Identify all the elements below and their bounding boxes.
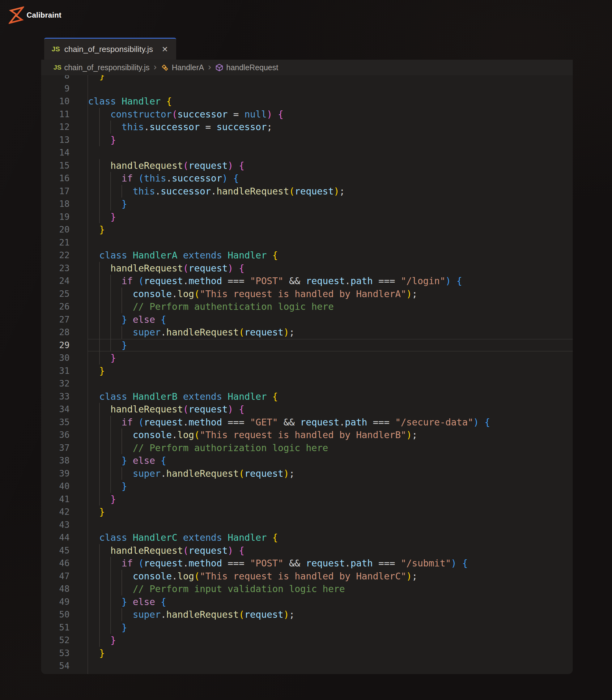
line-number[interactable]: 44 <box>41 532 70 543</box>
line-number[interactable]: 53 <box>41 648 70 658</box>
line-number[interactable]: 13 <box>41 135 70 145</box>
line-number[interactable]: 26 <box>41 301 70 312</box>
line-number[interactable]: 23 <box>41 263 70 273</box>
code-line[interactable]: 38} else { <box>41 454 573 467</box>
line-number[interactable]: 50 <box>41 609 70 620</box>
line-number[interactable]: 38 <box>41 455 70 466</box>
code-line[interactable]: 31} <box>41 365 573 378</box>
line-number[interactable]: 43 <box>41 520 70 530</box>
line-number[interactable]: 47 <box>41 571 70 581</box>
code-line[interactable]: 11constructor(successor = null) { <box>41 108 573 121</box>
line-number[interactable]: 45 <box>41 545 70 555</box>
line-number[interactable]: 20 <box>41 224 70 235</box>
code-line[interactable]: 16if (this.successor) { <box>41 172 573 185</box>
code-line[interactable]: 35if (request.method === "GET" && reques… <box>41 416 573 429</box>
line-number[interactable]: 16 <box>41 173 70 183</box>
line-number[interactable]: 19 <box>41 212 70 222</box>
code-line[interactable]: 18} <box>41 197 573 210</box>
line-number[interactable]: 46 <box>41 558 70 568</box>
code-line[interactable]: 29} <box>41 339 573 352</box>
code-line[interactable]: 47console.log("This request is handled b… <box>41 570 573 583</box>
line-number[interactable]: 9 <box>41 83 70 94</box>
line-number[interactable]: 22 <box>41 250 70 260</box>
code-line[interactable]: 36console.log("This request is handled b… <box>41 428 573 441</box>
code-line[interactable]: 34handleRequest(request) { <box>41 403 573 416</box>
code-line[interactable]: 26// Perform authentication logic here <box>41 300 573 313</box>
line-number[interactable]: 33 <box>41 392 70 402</box>
code-line[interactable]: 12this.successor = successor; <box>41 121 573 134</box>
breadcrumb-item-chain-of-responsibility-js[interactable]: JSchain_of_responsibility.js <box>54 63 150 72</box>
line-number[interactable]: 41 <box>41 494 70 504</box>
line-number[interactable]: 27 <box>41 314 70 325</box>
code-line[interactable]: 32 <box>41 377 573 390</box>
line-number[interactable]: 10 <box>41 96 70 106</box>
line-number[interactable]: 18 <box>41 199 70 209</box>
line-number[interactable]: 54 <box>41 661 70 671</box>
line-number[interactable]: 11 <box>41 109 70 119</box>
breadcrumb-item-handlera[interactable]: HandlerA <box>161 63 204 72</box>
tab-close-icon[interactable]: ✕ <box>162 45 168 54</box>
code-line[interactable]: 25console.log("This request is handled b… <box>41 288 573 301</box>
line-number[interactable]: 21 <box>41 237 70 248</box>
code-area[interactable]: 8}910class Handler {11constructor(succes… <box>41 75 573 674</box>
code-line[interactable]: 37// Perform authorization logic here <box>41 441 573 454</box>
line-number[interactable]: 40 <box>41 481 70 491</box>
breadcrumb-item-handlerequest[interactable]: handleRequest <box>215 63 278 72</box>
line-number[interactable]: 14 <box>41 148 70 158</box>
tab-chain-of-responsibility[interactable]: JS chain_of_responsibility.js ✕ <box>44 38 176 60</box>
code-line[interactable]: 20} <box>41 223 573 236</box>
code-line[interactable]: 54 <box>41 659 573 672</box>
line-number[interactable]: 36 <box>41 430 70 440</box>
code-line[interactable]: 53} <box>41 647 573 660</box>
line-number[interactable]: 34 <box>41 404 70 414</box>
line-number[interactable]: 24 <box>41 276 70 286</box>
code-line[interactable]: 17this.successor.handleRequest(request); <box>41 185 573 198</box>
code-line[interactable]: 49} else { <box>41 595 573 608</box>
code-line[interactable]: 51} <box>41 621 573 634</box>
code-line[interactable]: 21 <box>41 236 573 249</box>
code-line[interactable]: 14 <box>41 146 573 159</box>
code-line[interactable]: 22class HandlerA extends Handler { <box>41 249 573 262</box>
line-number[interactable]: 31 <box>41 366 70 376</box>
line-number[interactable]: 28 <box>41 327 70 337</box>
code-line[interactable]: 50super.handleRequest(request); <box>41 608 573 621</box>
code-line[interactable]: 52} <box>41 634 573 647</box>
line-number[interactable]: 8 <box>41 75 70 81</box>
code-line[interactable]: 42} <box>41 506 573 519</box>
line-number[interactable]: 17 <box>41 186 70 196</box>
code-line[interactable]: 41} <box>41 493 573 506</box>
code-line[interactable]: 39super.handleRequest(request); <box>41 467 573 480</box>
code-line[interactable]: 27} else { <box>41 313 573 326</box>
code-line[interactable]: 10class Handler { <box>41 95 573 108</box>
code-line[interactable]: 9 <box>41 82 573 95</box>
code-line[interactable]: 33class HandlerB extends Handler { <box>41 390 573 403</box>
code-line[interactable]: 30} <box>41 352 573 365</box>
line-number[interactable]: 30 <box>41 353 70 363</box>
code-line[interactable]: 40} <box>41 480 573 493</box>
line-number[interactable]: 39 <box>41 468 70 479</box>
code-line[interactable]: 44class HandlerC extends Handler { <box>41 531 573 544</box>
line-number[interactable]: 52 <box>41 635 70 645</box>
code-line[interactable]: 45handleRequest(request) { <box>41 544 573 557</box>
line-number[interactable]: 29 <box>41 340 70 350</box>
line-number[interactable]: 32 <box>41 379 70 389</box>
code-line[interactable]: 13} <box>41 134 573 147</box>
code-line[interactable]: 28super.handleRequest(request); <box>41 326 573 339</box>
line-number[interactable]: 35 <box>41 417 70 427</box>
code-line[interactable]: 24if (request.method === "POST" && reque… <box>41 275 573 288</box>
code-line[interactable]: 8} <box>41 75 573 82</box>
line-number[interactable]: 12 <box>41 122 70 132</box>
code-line[interactable]: 15handleRequest(request) { <box>41 159 573 172</box>
code-line[interactable]: 23handleRequest(request) { <box>41 262 573 275</box>
code-line[interactable]: 43 <box>41 519 573 532</box>
line-number[interactable]: 51 <box>41 622 70 633</box>
line-number[interactable]: 15 <box>41 161 70 171</box>
code-line[interactable]: 46if (request.method === "POST" && reque… <box>41 557 573 570</box>
code-line[interactable]: 19} <box>41 210 573 223</box>
line-number[interactable]: 48 <box>41 584 70 594</box>
line-number[interactable]: 42 <box>41 507 70 517</box>
code-line[interactable]: 48// Perform input validation logic here <box>41 582 573 595</box>
line-number[interactable]: 49 <box>41 597 70 607</box>
line-number[interactable]: 37 <box>41 443 70 453</box>
line-number[interactable]: 25 <box>41 289 70 299</box>
